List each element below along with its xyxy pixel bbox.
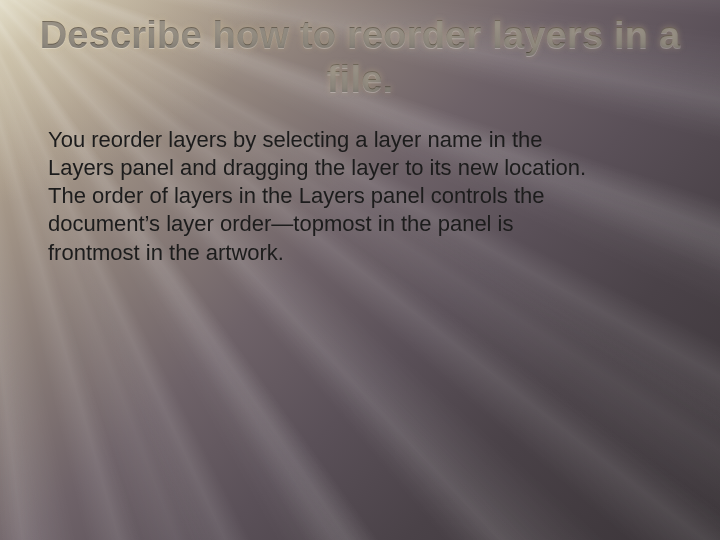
slide-body-text: You reorder layers by selecting a layer … — [48, 126, 608, 267]
slide: Describe how to reorder layers in a file… — [0, 0, 720, 540]
slide-title: Describe how to reorder layers in a file… — [28, 14, 692, 101]
slide-title-text: Describe how to reorder layers in a file… — [40, 14, 681, 100]
